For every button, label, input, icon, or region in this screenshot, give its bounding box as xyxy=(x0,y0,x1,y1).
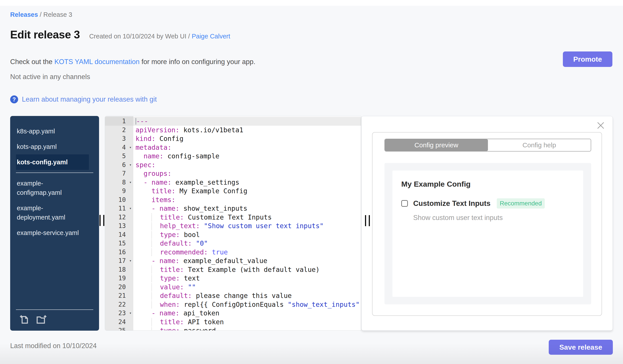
fold-marker-icon[interactable]: ▾ xyxy=(129,309,132,318)
sidebar-file-item[interactable]: example-deployment.yaml xyxy=(16,200,89,225)
line-number: 18 xyxy=(105,265,133,274)
config-field-label: Customize Text Inputs xyxy=(413,199,490,208)
line-number: 22 xyxy=(105,300,133,309)
customize-text-inputs-checkbox[interactable] xyxy=(401,200,408,207)
config-group-title: My Example Config xyxy=(401,180,471,188)
close-icon[interactable] xyxy=(597,121,605,129)
file-sidebar: k8s-app.yamlkots-app.yamlkots-config.yam… xyxy=(10,116,99,331)
code-line[interactable]: items: xyxy=(133,196,361,204)
line-number: 12 xyxy=(105,213,133,222)
promote-button[interactable]: Promote xyxy=(563,51,612,67)
fold-marker-icon[interactable]: ▾ xyxy=(129,204,132,213)
line-number: 20 xyxy=(105,283,133,292)
recommended-badge: Recommended xyxy=(497,198,545,208)
code-line[interactable]: default: "0" xyxy=(133,239,361,248)
fold-marker-icon[interactable]: ▾ xyxy=(129,178,132,187)
save-release-button[interactable]: Save release xyxy=(549,340,613,355)
code-line[interactable]: recommended: true xyxy=(133,248,361,257)
code-line[interactable]: kind: Config xyxy=(133,134,361,143)
main-row: k8s-app.yamlkots-app.yamlkots-config.yam… xyxy=(10,116,613,331)
last-modified: Last modified on 10/10/2024 xyxy=(10,342,97,350)
tab-config-preview[interactable]: Config preview xyxy=(385,139,488,151)
sidebar-file-item[interactable]: kots-config.yaml xyxy=(16,154,89,170)
line-number: 11▾ xyxy=(105,204,133,213)
line-number: 7 xyxy=(105,169,133,178)
add-folder-icon[interactable] xyxy=(35,314,47,326)
line-number: 16 xyxy=(105,248,133,257)
line-number: 1 xyxy=(105,117,133,126)
author-link[interactable]: Paige Calvert xyxy=(192,33,230,40)
config-field-row: Customize Text Inputs Recommended xyxy=(401,198,545,208)
code-line[interactable]: spec: xyxy=(133,161,361,169)
sidebar-file-item[interactable]: kots-app.yaml xyxy=(16,139,89,154)
line-number: 13 xyxy=(105,222,133,230)
file-list: k8s-app.yamlkots-app.yamlkots-config.yam… xyxy=(10,123,99,241)
breadcrumb-releases-link[interactable]: Releases xyxy=(10,11,38,18)
fold-marker-icon[interactable]: ▾ xyxy=(129,256,132,265)
code-line[interactable]: title: API token xyxy=(133,318,361,326)
breadcrumb-current: Release 3 xyxy=(43,11,72,18)
config-preview-panel: Config previewConfig help My Example Con… xyxy=(361,116,613,331)
code-line[interactable]: when: repl{{ ConfigOptionEquals "show_te… xyxy=(133,300,361,309)
line-number: 23▾ xyxy=(105,309,133,318)
code-line[interactable]: title: Text Example (with default value) xyxy=(133,265,361,274)
config-tabs: Config previewConfig help xyxy=(384,139,591,152)
created-text: Created on 10/10/2024 by Web UI / xyxy=(89,33,192,40)
code-line[interactable]: name: config-sample xyxy=(133,152,361,161)
sidebar-file-item[interactable]: example-configmap.yaml xyxy=(16,176,89,200)
config-field-help: Show custom user text inputs xyxy=(413,214,503,222)
line-number: 8▾ xyxy=(105,178,133,187)
line-number: 25 xyxy=(105,326,133,331)
sidebar-file-item[interactable]: k8s-app.yaml xyxy=(16,123,89,139)
code-line[interactable]: apiVersion: kots.io/v1beta1 xyxy=(133,126,361,135)
add-file-icon[interactable] xyxy=(19,314,30,326)
fold-marker-icon[interactable]: ▾ xyxy=(129,143,132,152)
line-number: 14 xyxy=(105,230,133,239)
git-help-row: ? Learn about managing your releases wit… xyxy=(10,95,157,103)
docs-line: Check out the KOTS YAML documentation fo… xyxy=(10,58,255,66)
code-line[interactable]: value: "" xyxy=(133,283,361,292)
breadcrumb: Releases / Release 3 xyxy=(10,11,72,18)
code-line[interactable]: type: password xyxy=(133,326,361,331)
code-line[interactable]: - name: api_token xyxy=(133,309,361,318)
top-band xyxy=(0,0,623,6)
code-line[interactable]: groups: xyxy=(133,169,361,178)
docs-before: Check out the xyxy=(10,58,54,66)
sidebar-file-item[interactable]: example-service.yaml xyxy=(16,225,89,241)
code-line[interactable]: title: Customize Text Inputs xyxy=(133,213,361,222)
kots-yaml-doc-link[interactable]: KOTS YAML documentation xyxy=(54,58,139,66)
resize-handle-right[interactable] xyxy=(365,215,371,226)
sidebar-actions xyxy=(16,309,93,331)
preview-content-area: My Example Config Customize Text Inputs … xyxy=(384,163,591,304)
sidebar-divider xyxy=(16,173,93,173)
code-line[interactable]: - name: example_settings xyxy=(133,178,361,187)
code-line[interactable]: --- xyxy=(133,117,361,126)
code-line[interactable]: default: please change this value xyxy=(133,291,361,300)
line-number: 21 xyxy=(105,291,133,300)
code-line[interactable]: help_text: "Show custom user text inputs… xyxy=(133,222,361,230)
code-line[interactable]: metadata: xyxy=(133,143,361,152)
code-line[interactable]: type: bool xyxy=(133,230,361,239)
docs-after: for more info on configuring your app. xyxy=(139,58,255,66)
line-number: 9 xyxy=(105,187,133,196)
line-number: 3 xyxy=(105,134,133,143)
code-line[interactable]: - name: show_text_inputs xyxy=(133,204,361,213)
code-line[interactable]: type: text xyxy=(133,274,361,283)
line-number: 4▾ xyxy=(105,143,133,152)
tab-config-help[interactable]: Config help xyxy=(488,139,591,151)
yaml-editor[interactable]: 1234▾56▾78▾91011▾121314151617▾1819202122… xyxy=(105,116,361,331)
resize-handle-left[interactable] xyxy=(99,215,105,226)
page: Releases / Release 3 Edit release 3 Crea… xyxy=(0,0,623,364)
line-number: 6▾ xyxy=(105,161,133,169)
fold-marker-icon[interactable]: ▾ xyxy=(129,161,132,169)
sidebar-divider xyxy=(16,309,93,310)
line-number: 24 xyxy=(105,318,133,326)
created-line: Created on 10/10/2024 by Web UI / Paige … xyxy=(89,33,230,40)
code-line[interactable]: title: My Example Config xyxy=(133,187,361,196)
git-releases-link[interactable]: Learn about managing your releases with … xyxy=(22,95,157,103)
line-number: 17▾ xyxy=(105,256,133,265)
code-lines[interactable]: ---apiVersion: kots.io/v1beta1kind: Conf… xyxy=(133,117,361,331)
code-line[interactable]: - name: example_default_value xyxy=(133,256,361,265)
breadcrumb-separator: / xyxy=(38,11,43,18)
line-number: 19 xyxy=(105,274,133,283)
